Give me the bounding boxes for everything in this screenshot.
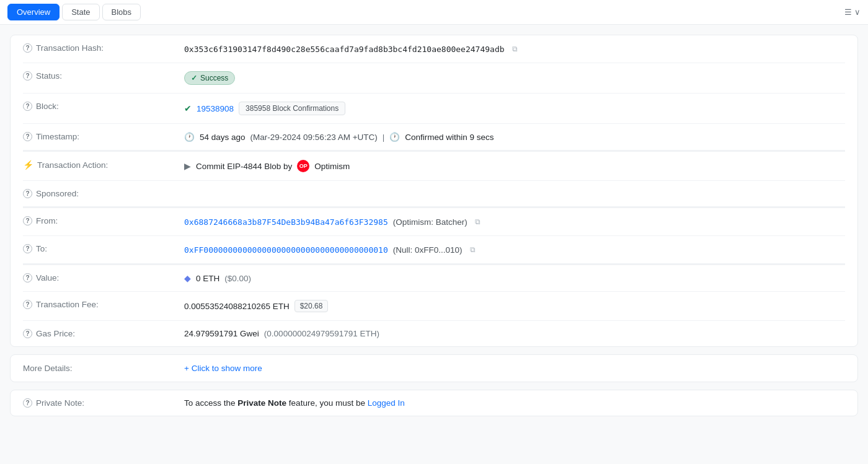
private-note-card: ? Private Note: To access the Private No… xyxy=(10,390,858,416)
to-copy-icon[interactable]: ⧉ xyxy=(467,244,479,255)
action-arrow-icon: ▶ xyxy=(184,161,191,171)
block-label: ? Block: xyxy=(23,102,184,111)
more-details-label: More Details: xyxy=(23,364,184,373)
more-details-row: More Details: + Click to show more xyxy=(11,355,857,382)
status-label: ? Status: xyxy=(23,71,184,81)
lightning-icon: ⚡ xyxy=(23,160,33,170)
transaction-card-body: ? Transaction Hash: 0x353c6f31903147f8d4… xyxy=(11,35,857,346)
to-row: ? To: 0xFF000000000000000000000000000000… xyxy=(23,236,845,264)
gas-price-help-icon[interactable]: ? xyxy=(23,329,32,338)
tx-fee-label: ? Transaction Fee: xyxy=(23,300,184,309)
private-note-label: ? Private Note: xyxy=(23,398,184,408)
status-badge: Success xyxy=(184,71,235,85)
status-help-icon[interactable]: ? xyxy=(23,71,32,81)
to-value: 0xFF000000000000000000000000000000000000… xyxy=(184,244,845,255)
tx-hash-value: 0x353c6f31903147f8d490c28e556caafd7a9fad… xyxy=(184,43,845,55)
more-details-card: More Details: + Click to show more xyxy=(10,354,858,382)
tx-action-label: ⚡ Transaction Action: xyxy=(23,160,184,170)
tab-blobs[interactable]: Blobs xyxy=(102,4,141,20)
block-value: ✔ 19538908 385958 Block Confirmations xyxy=(184,102,845,115)
from-address-link[interactable]: 0x6887246668a3b87F54DeB3b94Ba47a6f63F329… xyxy=(184,217,388,227)
logged-in-link[interactable]: Logged In xyxy=(368,398,405,408)
to-label: ? To: xyxy=(23,244,184,253)
sponsored-row: ? Sponsored: xyxy=(23,181,845,207)
list-icon: ☰ ∨ xyxy=(844,7,861,17)
block-check-icon: ✔ xyxy=(184,103,192,113)
tab-overview[interactable]: Overview xyxy=(7,4,60,20)
status-row: ? Status: Success xyxy=(23,63,845,94)
top-right-controls: ☰ ∨ xyxy=(844,7,861,17)
tx-hash-help-icon[interactable]: ? xyxy=(23,43,32,53)
timestamp-help-icon[interactable]: ? xyxy=(23,132,32,141)
top-navigation: Overview State Blobs ☰ ∨ xyxy=(0,0,868,25)
from-value: 0x6887246668a3b87F54DeB3b94Ba47a6f63F329… xyxy=(184,216,845,227)
to-address-link[interactable]: 0xFF000000000000000000000000000000000000… xyxy=(184,245,388,255)
tx-fee-value: 0.00553524088210265 ETH $20.68 xyxy=(184,300,845,312)
value-label: ? Value: xyxy=(23,273,184,282)
timestamp-label: ? Timestamp: xyxy=(23,132,184,141)
tx-hash-copy-icon[interactable]: ⧉ xyxy=(510,43,521,55)
tx-fee-usd-badge: $20.68 xyxy=(294,300,329,312)
value-value: ◆ 0 ETH ($0.00) xyxy=(184,273,845,283)
optimism-badge: OP xyxy=(297,160,309,172)
private-note-value: To access the Private Note feature, you … xyxy=(184,398,845,408)
confirm-clock-icon: 🕐 xyxy=(389,132,400,142)
block-help-icon[interactable]: ? xyxy=(23,102,32,111)
timestamp-row: ? Timestamp: 🕐 54 days ago (Mar-29-2024 … xyxy=(23,124,845,151)
main-content: ? Transaction Hash: 0x353c6f31903147f8d4… xyxy=(0,25,868,426)
from-help-icon[interactable]: ? xyxy=(23,216,32,225)
more-details-link[interactable]: + Click to show more xyxy=(184,364,262,373)
tx-action-row: ⚡ Transaction Action: ▶ Commit EIP-4844 … xyxy=(23,152,845,181)
tx-fee-row: ? Transaction Fee: 0.00553524088210265 E… xyxy=(23,292,845,321)
transaction-card: ? Transaction Hash: 0x353c6f31903147f8d4… xyxy=(10,35,858,347)
timestamp-value: 🕐 54 days ago (Mar-29-2024 09:56:23 AM +… xyxy=(184,132,845,142)
private-note-text: To access the Private Note feature, you … xyxy=(184,398,405,408)
private-note-row: ? Private Note: To access the Private No… xyxy=(23,390,845,416)
gas-price-value: 24.979591791 Gwei (0.000000024979591791 … xyxy=(184,329,845,338)
block-number-link[interactable]: 19538908 xyxy=(197,104,234,113)
tx-action-value: ▶ Commit EIP-4844 Blob by OP Optimism xyxy=(184,160,845,172)
sponsored-label: ? Sponsored: xyxy=(23,189,184,198)
tab-group: Overview State Blobs xyxy=(7,4,141,20)
private-note-help-icon[interactable]: ? xyxy=(23,398,32,408)
tab-state[interactable]: State xyxy=(62,4,99,20)
block-row: ? Block: ✔ 19538908 385958 Block Confirm… xyxy=(23,94,845,124)
from-row: ? From: 0x6887246668a3b87F54DeB3b94Ba47a… xyxy=(23,208,845,236)
clock-icon: 🕐 xyxy=(184,132,195,142)
private-note-card-body: ? Private Note: To access the Private No… xyxy=(11,390,857,416)
gas-price-row: ? Gas Price: 24.979591791 Gwei (0.000000… xyxy=(23,321,845,346)
from-label: ? From: xyxy=(23,216,184,225)
to-help-icon[interactable]: ? xyxy=(23,244,32,253)
tx-hash-row: ? Transaction Hash: 0x353c6f31903147f8d4… xyxy=(23,35,845,63)
tx-hash-label: ? Transaction Hash: xyxy=(23,43,184,53)
eth-diamond-icon: ◆ xyxy=(184,273,191,283)
tx-fee-help-icon[interactable]: ? xyxy=(23,300,32,309)
value-help-icon[interactable]: ? xyxy=(23,273,32,282)
from-copy-icon[interactable]: ⧉ xyxy=(472,216,484,227)
list-view-toggle[interactable]: ☰ ∨ xyxy=(844,7,861,17)
gas-price-label: ? Gas Price: xyxy=(23,329,184,338)
status-value: Success xyxy=(184,71,845,85)
value-row: ? Value: ◆ 0 ETH ($0.00) xyxy=(23,265,845,292)
block-confirmations-badge: 385958 Block Confirmations xyxy=(239,102,345,115)
sponsored-help-icon[interactable]: ? xyxy=(23,189,32,198)
